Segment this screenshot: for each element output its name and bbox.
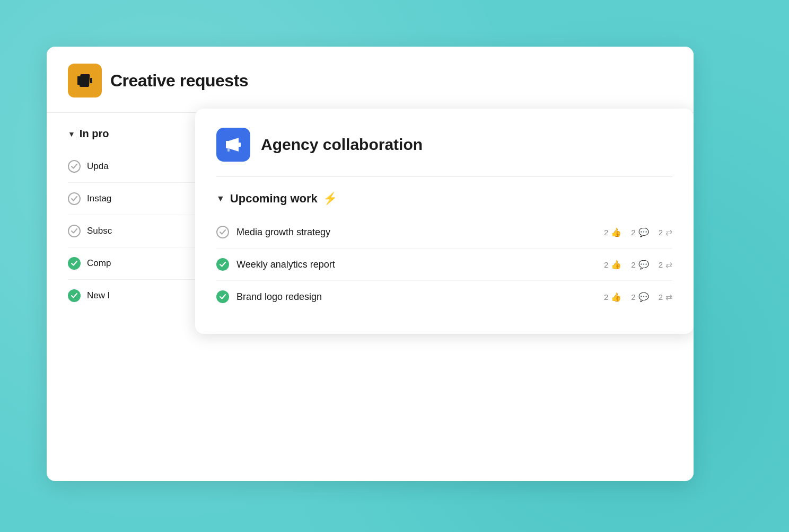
popup-task-name: Brand logo redesign [236, 291, 597, 303]
header-icon [68, 64, 102, 97]
task-name: Comp [87, 258, 111, 269]
comment-icon: 💬 [638, 292, 649, 302]
thumbs-up-icon: 👍 [611, 260, 621, 270]
comments-count: 2 [631, 292, 635, 302]
comments-meta: 2 💬 [631, 260, 648, 270]
comment-icon: 💬 [638, 260, 649, 270]
comments-meta: 2 💬 [631, 292, 648, 302]
list-item[interactable]: Instag [68, 183, 206, 215]
popup-megaphone-svg [224, 135, 243, 154]
subtasks-meta: 2 ⇄ [659, 292, 672, 302]
section-header: ▼ In pro [68, 128, 206, 140]
upcoming-section-title: Upcoming work [230, 192, 318, 206]
content-area: ▼ In pro Upda Instag [47, 113, 694, 326]
chevron-icon[interactable]: ▼ [68, 130, 75, 138]
likes-meta: 2 👍 [604, 260, 621, 270]
upcoming-chevron-icon[interactable]: ▼ [216, 194, 225, 203]
subtasks-meta: 2 ⇄ [659, 227, 672, 237]
header-megaphone-svg [75, 71, 94, 90]
popup-task-row[interactable]: Weekly analytics report 2 👍 2 💬 2 ⇄ [216, 249, 672, 281]
upcoming-section-header: ▼ Upcoming work ⚡ [216, 192, 672, 206]
comment-icon: 💬 [638, 227, 649, 237]
thumbs-up-icon: 👍 [611, 227, 621, 237]
svg-rect-2 [90, 78, 92, 83]
thumbs-up-icon: 👍 [611, 292, 621, 302]
list-item[interactable]: New l [68, 280, 206, 312]
subtasks-count: 2 [659, 260, 663, 269]
task-list: Upda Instag Subsc [68, 150, 206, 312]
svg-rect-5 [227, 148, 230, 152]
page-title: Creative requests [110, 71, 248, 91]
popup-task-name: Media growth strategy [236, 227, 597, 238]
task-name: Subsc [87, 226, 112, 236]
task-checkbox-empty[interactable] [216, 226, 229, 238]
subtask-icon: ⇄ [665, 227, 672, 237]
likes-count: 2 [604, 292, 608, 302]
task-status-empty[interactable] [68, 192, 81, 205]
comments-meta: 2 💬 [631, 227, 648, 237]
svg-rect-1 [80, 74, 90, 87]
section-title: In pro [80, 128, 109, 140]
subtasks-count: 2 [659, 228, 663, 237]
popup-divider [216, 176, 672, 177]
task-checkbox-filled[interactable] [216, 290, 229, 303]
subtasks-meta: 2 ⇄ [659, 260, 672, 270]
likes-count: 2 [604, 228, 608, 237]
popup-title: Agency collaboration [261, 136, 423, 154]
comments-count: 2 [631, 228, 635, 237]
svg-rect-3 [226, 141, 229, 148]
bolt-icon: ⚡ [323, 192, 337, 206]
task-status-filled[interactable] [68, 289, 81, 302]
main-card: Creative requests ▼ In pro Upda [47, 47, 694, 481]
task-meta: 2 👍 2 💬 2 ⇄ [604, 292, 672, 302]
task-name: New l [87, 290, 110, 301]
task-name: Upda [87, 161, 109, 172]
likes-count: 2 [604, 260, 608, 269]
subtasks-count: 2 [659, 292, 663, 302]
popup-task-name: Weekly analytics report [236, 259, 597, 270]
subtask-icon: ⇄ [665, 292, 672, 302]
task-status-empty[interactable] [68, 225, 81, 237]
card-header: Creative requests [47, 47, 694, 112]
list-item[interactable]: Comp [68, 247, 206, 280]
popup-task-row[interactable]: Brand logo redesign 2 👍 2 💬 2 ⇄ [216, 281, 672, 313]
popup-icon [216, 128, 250, 162]
list-item[interactable]: Upda [68, 150, 206, 183]
task-meta: 2 👍 2 💬 2 ⇄ [604, 227, 672, 237]
task-meta: 2 👍 2 💬 2 ⇄ [604, 260, 672, 270]
task-status-empty[interactable] [68, 160, 81, 173]
popup-task-row[interactable]: Media growth strategy 2 👍 2 💬 2 ⇄ [216, 216, 672, 249]
task-status-filled[interactable] [68, 257, 81, 270]
subtask-icon: ⇄ [665, 260, 672, 270]
svg-rect-4 [239, 143, 241, 147]
task-checkbox-filled[interactable] [216, 258, 229, 271]
comments-count: 2 [631, 260, 635, 269]
task-name: Instag [87, 193, 111, 204]
popup-panel: Agency collaboration ▼ Upcoming work ⚡ M… [195, 109, 694, 334]
likes-meta: 2 👍 [604, 292, 621, 302]
list-item[interactable]: Subsc [68, 215, 206, 247]
left-panel: ▼ In pro Upda Instag [47, 113, 206, 326]
likes-meta: 2 👍 [604, 227, 621, 237]
popup-header: Agency collaboration [216, 128, 672, 162]
